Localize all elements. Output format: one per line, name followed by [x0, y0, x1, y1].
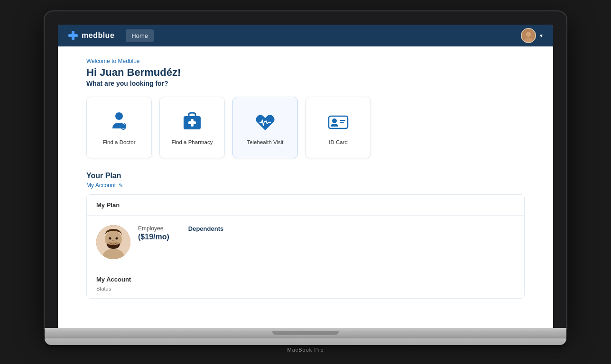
plan-info: Employee ($19/mo)	[138, 225, 169, 241]
find-doctor-label: Find a Doctor	[102, 139, 135, 146]
edit-icon[interactable]: ✎	[119, 182, 123, 189]
macbook-label: MacBook Pro	[45, 347, 566, 353]
section-subtitle: My Account ✎	[86, 182, 525, 189]
svg-rect-13	[340, 122, 344, 123]
avatar-image	[522, 28, 535, 43]
doctor-svg	[107, 109, 131, 134]
user-avatar-image	[96, 225, 130, 259]
svg-point-5	[115, 112, 123, 120]
doctor-icon	[107, 109, 131, 134]
plan-header: My Plan	[87, 195, 524, 216]
svg-point-3	[526, 32, 531, 37]
plan-dependents: Dependents	[188, 225, 515, 259]
main-content: Welcome to Medblue Hi Juan Bermudéz! Wha…	[58, 46, 553, 328]
greeting-text: Hi Juan Bermudéz!	[86, 66, 525, 79]
pharmacy-icon	[180, 109, 204, 134]
id-card-icon	[326, 109, 351, 134]
dependents-title: Dependents	[188, 225, 515, 232]
id-card-card[interactable]: ID Card	[306, 97, 371, 158]
avatar-chevron-icon[interactable]: ▼	[539, 33, 544, 38]
logo-icon	[67, 30, 79, 41]
plan-account-section: My Account Status	[87, 269, 524, 298]
svg-rect-1	[68, 34, 78, 37]
macbook-bottom	[45, 328, 566, 338]
id-card-svg	[326, 109, 351, 134]
status-label: Status	[96, 286, 111, 291]
my-account-link[interactable]: My Account	[86, 182, 116, 189]
employee-type: Employee	[138, 225, 169, 232]
plan-container: My Plan	[86, 194, 525, 299]
nav-item-home[interactable]: Home	[126, 29, 154, 42]
logo-text: medblue	[82, 31, 114, 40]
find-pharmacy-card[interactable]: Find a Pharmacy	[159, 97, 225, 158]
account-section-title: My Account	[96, 276, 515, 283]
svg-point-11	[332, 118, 337, 123]
user-avatar	[96, 225, 130, 259]
svg-rect-10	[329, 116, 348, 128]
welcome-text: Welcome to Medblue	[86, 58, 525, 64]
macbook-notch	[272, 331, 339, 335]
plan-price: ($19/mo)	[138, 233, 169, 241]
welcome-section: Welcome to Medblue Hi Juan Bermudéz! Wha…	[86, 58, 525, 87]
svg-point-18	[116, 237, 118, 240]
quick-actions: Find a Doctor	[86, 97, 525, 158]
plan-body: Employee ($19/mo) Dependents	[87, 216, 524, 269]
section-title: Your Plan	[86, 172, 525, 180]
find-pharmacy-label: Find a Pharmacy	[172, 139, 213, 146]
plan-left: Employee ($19/mo)	[96, 225, 169, 259]
account-status-row: Status	[96, 286, 515, 291]
logo-area: medblue	[67, 30, 114, 41]
svg-rect-12	[340, 120, 345, 121]
telehealth-svg	[253, 109, 278, 134]
id-card-label: ID Card	[329, 139, 348, 146]
user-avatar-button[interactable]	[521, 28, 536, 43]
telehealth-card[interactable]: Telehealth Visit	[232, 97, 298, 158]
pharmacy-svg	[180, 109, 204, 134]
macbook-base	[45, 338, 566, 345]
subgreeting-text: What are you looking for?	[86, 80, 525, 87]
nav-items: Home	[126, 29, 521, 42]
top-navigation: medblue Home	[58, 25, 553, 46]
avatar-initials	[522, 29, 535, 42]
svg-rect-9	[188, 121, 196, 124]
find-doctor-card[interactable]: Find a Doctor	[86, 97, 152, 158]
telehealth-label: Telehealth Visit	[247, 139, 283, 146]
telehealth-icon	[253, 109, 278, 134]
nav-right: ▼	[521, 28, 544, 43]
your-plan-section: Your Plan My Account ✎ My Plan	[86, 172, 525, 299]
svg-point-17	[109, 237, 111, 240]
user-portrait-svg	[96, 225, 130, 259]
